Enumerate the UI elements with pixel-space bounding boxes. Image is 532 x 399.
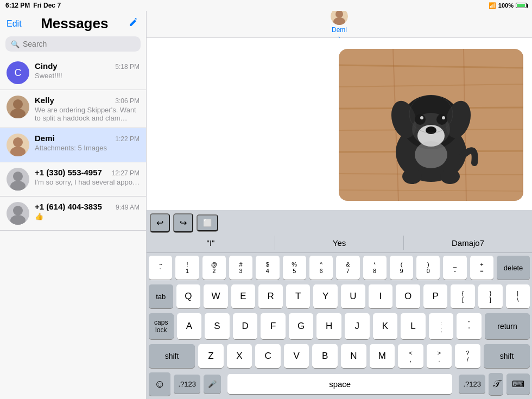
svg-point-34: [402, 169, 422, 184]
delete-button[interactable]: delete: [497, 256, 530, 280]
emoji-key[interactable]: ☺: [149, 372, 170, 396]
svg-point-3: [10, 147, 26, 156]
suggestion-1[interactable]: "I": [147, 236, 275, 250]
conv-name-phone2: +1 (614) 404-3835: [35, 202, 102, 211]
conv-preview-phone2: 👍: [35, 212, 140, 220]
conv-time-cindy: 5:18 PM: [115, 63, 140, 71]
key-s[interactable]: S: [205, 313, 230, 339]
key-y[interactable]: Y: [313, 284, 338, 308]
hide-keyboard-button[interactable]: ⌨: [506, 373, 530, 395]
compose-button[interactable]: [128, 16, 140, 31]
sidebar-title: Messages: [41, 15, 108, 32]
svg-point-33: [442, 116, 445, 119]
conversation-item-phone2[interactable]: +1 (614) 404-3835 9:49 AM 👍: [0, 197, 146, 231]
undo-button[interactable]: ↩: [150, 213, 170, 232]
key-p[interactable]: P: [423, 284, 448, 308]
caps-lock-key[interactable]: caps lock: [149, 313, 174, 339]
key-g[interactable]: G: [289, 313, 314, 339]
key-f[interactable]: F: [261, 313, 286, 339]
key-percent-5[interactable]: %5: [283, 256, 306, 280]
key-k[interactable]: K: [373, 313, 398, 339]
suggestion-3[interactable]: Damajo7: [404, 236, 532, 250]
key-n[interactable]: N: [341, 344, 366, 368]
key-b[interactable]: B: [312, 344, 338, 368]
key-v[interactable]: V: [284, 344, 309, 368]
tab-key[interactable]: tab: [149, 284, 173, 308]
key-tilde-backtick[interactable]: ~`: [149, 256, 172, 280]
suggestion-2[interactable]: Yes: [275, 236, 404, 250]
status-bar: 6:12 PM Fri Dec 7 📶 100%: [0, 0, 532, 11]
redo-button[interactable]: ↪: [173, 213, 193, 232]
avatar-cindy: C: [7, 61, 29, 84]
key-h[interactable]: H: [316, 313, 341, 339]
key-colon-semicolon[interactable]: :;: [429, 313, 454, 339]
right-shift-key[interactable]: shift: [484, 344, 530, 368]
key-e[interactable]: E: [231, 284, 256, 308]
key-z[interactable]: Z: [198, 344, 224, 368]
conv-preview-kelly: We are ordering Skipper's. Want to split…: [35, 106, 140, 122]
key-m[interactable]: M: [370, 344, 395, 368]
key-pipe-backslash[interactable]: |\: [506, 284, 530, 308]
key-amp-7[interactable]: &7: [336, 256, 359, 280]
key-rparen-0[interactable]: )0: [416, 256, 440, 280]
keyboard-asdf-row: caps lock A S D F G H J K L :; "' return: [147, 311, 532, 341]
key-dollar-4[interactable]: $4: [256, 256, 279, 280]
key-o[interactable]: O: [396, 284, 420, 308]
key-i[interactable]: I: [369, 284, 393, 308]
key-r[interactable]: R: [258, 284, 283, 308]
message-bubble-image: [339, 49, 523, 206]
key-a[interactable]: A: [177, 313, 202, 339]
conv-time-phone2: 9:49 AM: [116, 204, 140, 211]
sidebar-header: Edit Messages: [0, 11, 146, 34]
search-input[interactable]: [23, 40, 135, 48]
key-x[interactable]: X: [227, 344, 252, 368]
svg-point-5: [10, 181, 26, 191]
dictate-button[interactable]: 🎤: [204, 375, 221, 394]
return-key[interactable]: return: [485, 313, 530, 339]
key-exclaim-1[interactable]: !1: [175, 256, 199, 280]
key-lbrace[interactable]: {[: [451, 284, 475, 308]
key-q[interactable]: Q: [176, 284, 201, 308]
key-caret-6[interactable]: ^6: [309, 256, 333, 280]
key-lt-comma[interactable]: <,: [398, 344, 423, 368]
key-plus-equals[interactable]: +=: [470, 256, 493, 280]
key-hash-3[interactable]: #3: [229, 256, 252, 280]
key-w[interactable]: W: [204, 284, 228, 308]
conversation-item-phone1[interactable]: +1 (330) 553-4957 12:27 PM I'm so sorry,…: [0, 162, 146, 197]
left-shift-key[interactable]: shift: [149, 344, 195, 368]
key-j[interactable]: J: [345, 313, 370, 339]
avatar-phone1: [7, 168, 29, 191]
key-d[interactable]: D: [233, 313, 258, 339]
conv-time-phone1: 12:27 PM: [112, 169, 140, 177]
key-rbrace[interactable]: }]: [478, 284, 503, 308]
key-lparen-9[interactable]: (9: [390, 256, 413, 280]
conv-name-cindy: Cindy: [35, 61, 58, 71]
key-question-slash[interactable]: ?/: [455, 344, 480, 368]
conversation-item-demi[interactable]: Demi 1:22 PM Attachments: 5 Images: [0, 128, 146, 162]
search-bar[interactable]: 🔍: [5, 36, 141, 52]
paste-button[interactable]: ⬜: [197, 214, 218, 231]
key-underscore-minus[interactable]: _-: [443, 256, 466, 280]
space-key[interactable]: space: [227, 374, 452, 394]
conv-name-demi: Demi: [35, 134, 55, 143]
key-gt-period[interactable]: >.: [427, 344, 452, 368]
keyboard-number-row: ~` !1 @2 #3 $4 %5 ^6 &7 *8 (9 )0 _- += d…: [147, 253, 532, 282]
key-t[interactable]: T: [286, 284, 311, 308]
key-at-2[interactable]: @2: [202, 256, 226, 280]
edit-button[interactable]: Edit: [7, 19, 22, 29]
chat-contact[interactable]: Demi ›: [331, 8, 348, 41]
key-l[interactable]: L: [401, 313, 426, 339]
puppy-image: [339, 49, 523, 201]
key-c[interactable]: C: [255, 344, 281, 368]
conversation-item-kelly[interactable]: Kelly 3:06 PM We are ordering Skipper's.…: [0, 90, 146, 128]
keyboard: ↩ ↪ ⬜ "I" Yes Damajo7 ~` !1 @2 #3 $4 %5 …: [147, 210, 532, 399]
key-u[interactable]: U: [341, 284, 365, 308]
conv-preview-cindy: Sweet!!!!: [35, 72, 140, 80]
key-quote-dquote[interactable]: "': [457, 313, 482, 339]
num-switch-left[interactable]: .?123: [174, 375, 200, 394]
cursive-key[interactable]: 𝒯: [489, 373, 503, 395]
num-switch-right[interactable]: .?123: [459, 375, 485, 394]
keyboard-qwerty-row: tab Q W E R T Y U I O P {[ }] |\: [147, 282, 532, 311]
conversation-item-cindy[interactable]: C Cindy 5:18 PM Sweet!!!!: [0, 56, 146, 90]
key-star-8[interactable]: *8: [363, 256, 387, 280]
